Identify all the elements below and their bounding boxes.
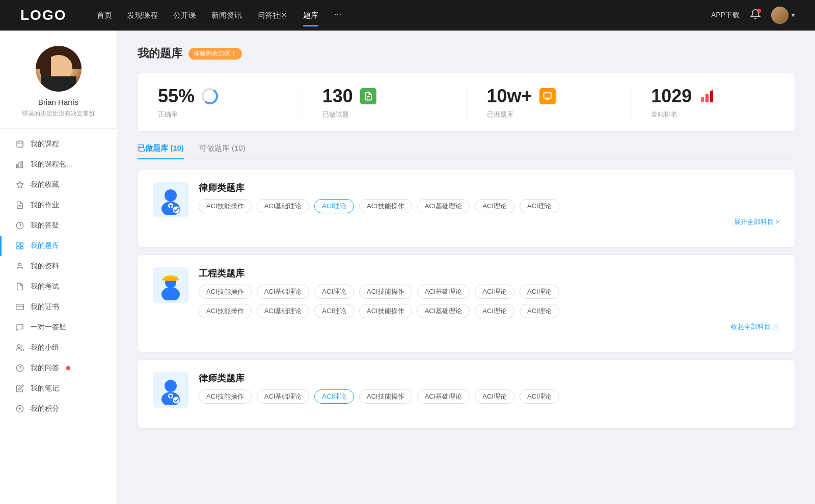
nav-item-news[interactable]: 新闻资讯 bbox=[211, 9, 242, 22]
navbar-menu: 首页 发现课程 公开课 新闻资讯 问答社区 题库 ··· bbox=[97, 9, 711, 22]
qbank-tag[interactable]: ACI技能操作 bbox=[359, 199, 412, 213]
qbank-tag[interactable]: ACI理论 bbox=[520, 199, 559, 213]
sidebar-item-homework[interactable]: 我的作业 bbox=[0, 195, 117, 215]
qbank-tag[interactable]: ACI技能操作 bbox=[359, 304, 412, 318]
sidebar-item-favorites[interactable]: 我的收藏 bbox=[0, 175, 117, 195]
qbank-collapse-button[interactable]: 收起全部科目 △ bbox=[199, 322, 779, 331]
qbank-card-lawyer-2: 律师类题库 ACI技能操作 ACI基础理论 ACI理论 ACI技能操作 ACI基… bbox=[138, 360, 795, 428]
qbank-tag[interactable]: ACI基础理论 bbox=[257, 285, 310, 299]
qbank-name-1: 律师类题库 bbox=[199, 182, 779, 194]
sidebar-avatar bbox=[36, 46, 82, 92]
qbank-tag[interactable]: ACI理论 bbox=[520, 389, 559, 404]
qbank-icon-engineer bbox=[153, 267, 188, 303]
qbank-tag[interactable]: ACI理论 bbox=[314, 304, 354, 318]
qbank-expand-button-1[interactable]: 展开全部科目 > bbox=[199, 217, 779, 227]
qbank-tag[interactable]: ACI理论 bbox=[520, 304, 559, 318]
banks-doc-icon bbox=[538, 87, 557, 105]
stat-accuracy: 55% 正确率 bbox=[138, 86, 302, 119]
sidebar-item-groups[interactable]: 我的小组 bbox=[0, 338, 117, 358]
notification-bell[interactable] bbox=[750, 9, 761, 22]
sidebar-item-qbank[interactable]: 我的题库 bbox=[0, 236, 117, 256]
stat-ranking-label: 全站排名 bbox=[651, 110, 677, 119]
sidebar-user-name: Brian Harris bbox=[38, 98, 78, 106]
qbank-tag[interactable]: ACI基础理论 bbox=[417, 304, 470, 318]
qbank-tag[interactable]: ACI理论 bbox=[475, 389, 514, 404]
qbank-tag[interactable]: ACI技能操作 bbox=[199, 304, 252, 318]
sidebar-item-points[interactable]: 我的积分 bbox=[0, 399, 117, 419]
sidebar-item-exams[interactable]: 我的考试 bbox=[0, 276, 117, 297]
group-icon bbox=[15, 343, 24, 352]
nav-more-icon[interactable]: ··· bbox=[334, 9, 341, 22]
tab-available-banks[interactable]: 可做题库 (10) bbox=[199, 144, 246, 158]
stat-ranking: 1029 全站排名 bbox=[631, 86, 795, 119]
qbank-tag[interactable]: ACI基础理论 bbox=[417, 199, 470, 213]
qbank-tag[interactable]: ACI基础理论 bbox=[417, 389, 470, 404]
chat-icon bbox=[15, 323, 24, 332]
nav-item-discover[interactable]: 发现课程 bbox=[127, 9, 158, 22]
accuracy-chart-icon bbox=[201, 87, 219, 105]
question-icon bbox=[15, 221, 24, 230]
app-download-link[interactable]: APP下载 bbox=[711, 11, 740, 20]
qbank-icon-lawyer bbox=[153, 182, 188, 217]
sidebar-item-one-on-one[interactable]: 一对一答疑 bbox=[0, 317, 117, 338]
svg-rect-3 bbox=[19, 163, 20, 168]
navbar-chevron-icon: ▾ bbox=[792, 12, 795, 19]
svg-rect-15 bbox=[16, 304, 24, 310]
qbank-tags-3: ACI技能操作 ACI基础理论 ACI理论 ACI技能操作 ACI基础理论 AC… bbox=[199, 389, 779, 404]
nav-item-qa[interactable]: 问答社区 bbox=[257, 9, 288, 22]
sidebar-item-certs[interactable]: 我的证书 bbox=[0, 297, 117, 317]
navbar: LOGO 首页 发现课程 公开课 新闻资讯 问答社区 题库 ··· APP下载 … bbox=[0, 0, 815, 31]
logo: LOGO bbox=[20, 7, 66, 23]
qbank-tag-highlighted[interactable]: ACI理论 bbox=[314, 199, 354, 213]
navbar-right: APP下载 ▾ bbox=[711, 7, 795, 24]
svg-rect-13 bbox=[17, 246, 19, 249]
main-content: 我的题库 体验剩余23天！ 55% 正确率 bbox=[117, 31, 815, 504]
qbank-tag[interactable]: ACI技能操作 bbox=[199, 389, 252, 404]
qbank-tag[interactable]: ACI技能操作 bbox=[199, 199, 252, 213]
file-icon bbox=[15, 139, 24, 149]
unread-dot bbox=[66, 366, 70, 370]
qbank-tag[interactable]: ACI基础理论 bbox=[417, 285, 470, 299]
qbank-tag-highlighted[interactable]: ACI理论 bbox=[314, 389, 354, 404]
user-icon bbox=[15, 262, 24, 271]
qbank-tag[interactable]: ACI理论 bbox=[475, 285, 514, 299]
stats-row: 55% 正确率 130 bbox=[138, 73, 795, 131]
points-icon bbox=[15, 404, 24, 413]
sidebar-item-notes[interactable]: 我的笔记 bbox=[0, 378, 117, 399]
qbank-tag[interactable]: ACI理论 bbox=[520, 285, 559, 299]
qbank-tag[interactable]: ACI基础理论 bbox=[257, 199, 310, 213]
sidebar-item-questions[interactable]: 我的问答 bbox=[0, 358, 117, 378]
nav-item-qbank[interactable]: 题库 bbox=[303, 9, 318, 22]
qbank-tag[interactable]: ACI技能操作 bbox=[359, 285, 412, 299]
qbank-tag[interactable]: ACI技能操作 bbox=[359, 389, 412, 404]
qbank-tag[interactable]: ACI基础理论 bbox=[257, 304, 310, 318]
nav-item-home[interactable]: 首页 bbox=[97, 9, 112, 22]
tab-done-banks[interactable]: 已做题库 (10) bbox=[138, 144, 184, 158]
engineer-icon bbox=[157, 270, 185, 300]
user-avatar-wrapper[interactable]: ▾ bbox=[771, 7, 795, 24]
main-layout: Brian Harris 错误的决定比没有决定要好 我的课程 我的课程包... bbox=[0, 31, 815, 504]
stat-questions-done: 130 已做试题 bbox=[302, 86, 467, 119]
sidebar-item-course-packs[interactable]: 我的课程包... bbox=[0, 154, 117, 175]
stat-questions-value: 130 bbox=[322, 86, 353, 107]
qbank-name-3: 律师类题库 bbox=[199, 372, 779, 384]
doc-icon bbox=[15, 201, 24, 210]
nav-item-open-course[interactable]: 公开课 bbox=[173, 9, 196, 22]
svg-rect-28 bbox=[701, 97, 704, 102]
qbank-tag[interactable]: ACI理论 bbox=[475, 304, 514, 318]
svg-rect-30 bbox=[710, 91, 713, 102]
sidebar-item-my-courses[interactable]: 我的课程 bbox=[0, 134, 117, 154]
qbank-tags-1: ACI技能操作 ACI基础理论 ACI理论 ACI技能操作 ACI基础理论 AC… bbox=[199, 199, 779, 213]
sidebar-menu: 我的课程 我的课程包... 我的收藏 我的作业 bbox=[0, 129, 117, 424]
qbank-tag[interactable]: ACI技能操作 bbox=[199, 285, 252, 299]
svg-point-14 bbox=[18, 263, 21, 266]
qbank-tag[interactable]: ACI理论 bbox=[475, 199, 514, 213]
svg-rect-2 bbox=[16, 164, 18, 168]
sidebar-item-profile[interactable]: 我的资料 bbox=[0, 256, 117, 276]
trial-badge: 体验剩余23天！ bbox=[188, 48, 242, 60]
svg-rect-10 bbox=[17, 243, 19, 245]
sidebar-profile: Brian Harris 错误的决定比没有决定要好 bbox=[0, 46, 117, 129]
sidebar-item-qa-mine[interactable]: 我的答疑 bbox=[0, 215, 117, 236]
qbank-tag[interactable]: ACI基础理论 bbox=[257, 389, 310, 404]
qbank-tag[interactable]: ACI理论 bbox=[314, 285, 354, 299]
